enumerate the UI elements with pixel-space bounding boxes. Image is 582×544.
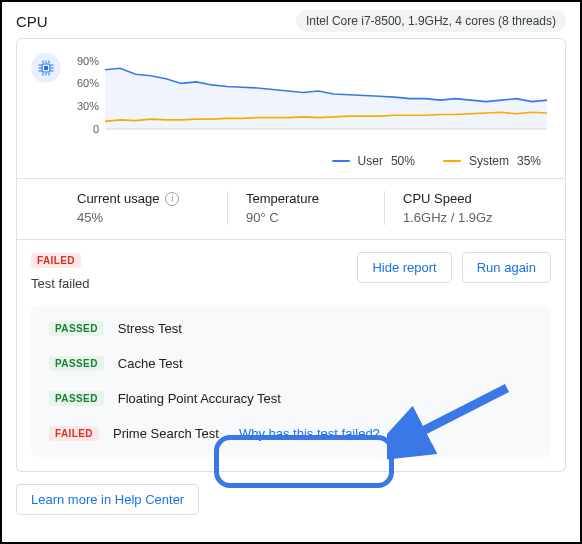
stat-speed: CPU Speed 1.6GHz / 1.9Gz — [384, 191, 565, 225]
legend-user-value: 50% — [391, 154, 415, 168]
cpu-chart-panel: 030%60%90% User 50% System 35% — [16, 38, 566, 179]
test-status-badge: PASSED — [49, 391, 104, 406]
overall-status-badge: FAILED — [31, 253, 81, 268]
stat-usage-label: Current usage — [77, 191, 159, 206]
test-status-badge: FAILED — [49, 426, 99, 441]
learn-more-button[interactable]: Learn more in Help Center — [16, 484, 199, 515]
svg-text:90%: 90% — [77, 55, 99, 67]
test-row: FAILEDPrime Search TestWhy has this test… — [31, 416, 551, 451]
legend-system-value: 35% — [517, 154, 541, 168]
test-row: PASSEDStress Test — [31, 311, 551, 346]
stat-temperature: Temperature 90° C — [227, 191, 384, 225]
cpu-icon — [31, 53, 61, 83]
run-again-button[interactable]: Run again — [462, 252, 551, 283]
report-panel: FAILED Test failed Hide report Run again… — [16, 240, 566, 472]
svg-text:30%: 30% — [77, 100, 99, 112]
stat-speed-label: CPU Speed — [403, 191, 547, 206]
legend-user: User 50% — [332, 154, 415, 168]
stats-row: Current usage i 45% Temperature 90° C CP… — [16, 179, 566, 240]
chart-legend: User 50% System 35% — [31, 154, 551, 168]
stat-usage-value: 45% — [77, 210, 209, 225]
page-title: CPU — [16, 13, 48, 30]
test-row: PASSEDCache Test — [31, 346, 551, 381]
test-status-badge: PASSED — [49, 321, 104, 336]
tests-list: PASSEDStress TestPASSEDCache TestPASSEDF… — [31, 305, 551, 457]
test-status-badge: PASSED — [49, 356, 104, 371]
test-name-label: Prime Search Test — [113, 426, 219, 441]
svg-rect-1 — [44, 66, 48, 70]
test-name-label: Cache Test — [118, 356, 183, 371]
report-message: Test failed — [31, 276, 90, 291]
stat-speed-value: 1.6GHz / 1.9Gz — [403, 210, 547, 225]
stat-temp-label: Temperature — [246, 191, 366, 206]
stat-temp-value: 90° C — [246, 210, 366, 225]
legend-user-label: User — [358, 154, 383, 168]
stat-usage: Current usage i 45% — [17, 191, 227, 225]
line-chart: 030%60%90% — [71, 51, 551, 141]
hide-report-button[interactable]: Hide report — [357, 252, 451, 283]
svg-text:0: 0 — [93, 123, 99, 135]
test-name-label: Floating Point Accuracy Test — [118, 391, 281, 406]
why-failed-link[interactable]: Why has this test failed? — [239, 426, 380, 441]
chart-area: 030%60%90% — [71, 51, 551, 144]
svg-text:60%: 60% — [77, 77, 99, 89]
info-icon[interactable]: i — [165, 192, 179, 206]
test-row: PASSEDFloating Point Accuracy Test — [31, 381, 551, 416]
test-name-label: Stress Test — [118, 321, 182, 336]
legend-system: System 35% — [443, 154, 541, 168]
cpu-spec-badge: Intel Core i7-8500, 1.9GHz, 4 cores (8 t… — [296, 10, 566, 32]
legend-system-label: System — [469, 154, 509, 168]
